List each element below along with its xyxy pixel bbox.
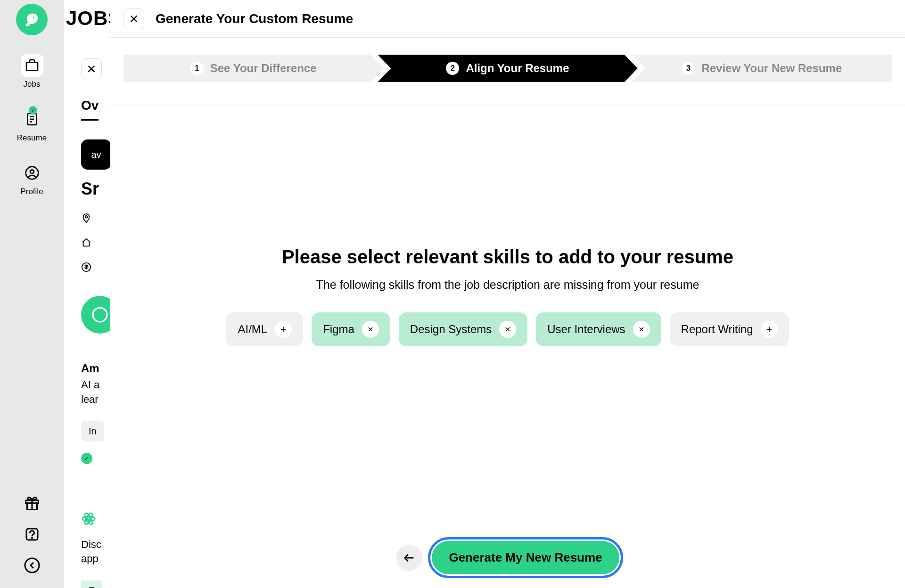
nav-resume[interactable]: ✓ Resume: [17, 108, 47, 143]
modal-footer: Generate My New Resume: [110, 527, 905, 588]
skill-chip[interactable]: AI/ML: [226, 312, 303, 346]
nav-profile[interactable]: Profile: [20, 162, 43, 196]
step-label: Review Your New Resume: [701, 62, 842, 75]
brand-logo[interactable]: [16, 4, 48, 35]
skill-chip[interactable]: User Interviews: [536, 312, 661, 346]
close-icon: [129, 14, 139, 24]
modal-title: Generate Your Custom Resume: [156, 11, 353, 26]
bird-icon: [23, 10, 41, 29]
step-1[interactable]: 1 See Your Difference: [123, 55, 383, 82]
skill-label: Report Writing: [681, 323, 753, 336]
help-icon[interactable]: [24, 526, 41, 543]
step-label: See Your Difference: [210, 62, 317, 75]
dollar-icon: [81, 262, 91, 272]
home-icon: [81, 237, 91, 248]
skill-chip[interactable]: Figma: [312, 312, 390, 346]
step-3[interactable]: 3 Review Your New Resume: [632, 55, 892, 82]
svg-rect-0: [26, 62, 38, 70]
step-num: 2: [446, 62, 459, 75]
gift-icon[interactable]: [24, 495, 41, 512]
skill-chip[interactable]: Design Systems: [399, 312, 527, 346]
modal-header: Generate Your Custom Resume: [110, 0, 905, 38]
skill-label: Design Systems: [410, 323, 492, 336]
nav-resume-label: Resume: [17, 133, 47, 143]
sidebar: Jobs ✓ Resume Profile: [0, 0, 64, 588]
globe-icon: [90, 305, 109, 324]
briefcase-icon: [25, 58, 40, 73]
svg-point-12: [25, 558, 39, 572]
skill-label: User Interviews: [547, 323, 625, 336]
step-num: 1: [190, 62, 204, 75]
remove-icon[interactable]: [499, 321, 516, 338]
location-icon: [81, 213, 91, 223]
back-button[interactable]: [396, 545, 422, 571]
arrow-left-icon: [403, 551, 416, 564]
add-icon[interactable]: [761, 321, 778, 338]
svg-point-11: [32, 538, 33, 539]
step-2[interactable]: 2 Align Your Resume: [378, 55, 637, 82]
close-icon: [86, 64, 97, 74]
skill-label: Figma: [323, 323, 354, 336]
skill-chip[interactable]: Report Writing: [670, 312, 789, 346]
modal-content: Please select relevant skills to add to …: [110, 105, 905, 346]
verified-badge: ✓: [81, 453, 92, 464]
nav-jobs-label: Jobs: [24, 80, 41, 89]
step-num: 3: [682, 62, 695, 75]
step-label: Align Your Resume: [466, 62, 569, 75]
content-title: Please select relevant skills to add to …: [110, 246, 905, 268]
modal-close-button[interactable]: [123, 8, 144, 29]
panel-tag: In: [81, 421, 104, 441]
remove-icon[interactable]: [633, 321, 650, 338]
skill-label: AI/ML: [238, 323, 267, 336]
nav-profile-label: Profile: [20, 187, 43, 196]
e-tag: E: [81, 580, 102, 588]
resume-modal: Generate Your Custom Resume 1 See Your D…: [110, 0, 905, 588]
remove-icon[interactable]: [362, 321, 379, 338]
svg-point-6: [30, 170, 34, 173]
company-logo: av: [81, 139, 111, 170]
svg-point-18: [87, 517, 90, 520]
generate-button[interactable]: Generate My New Resume: [432, 541, 619, 574]
atom-icon: [81, 511, 96, 526]
nav-jobs[interactable]: Jobs: [21, 54, 43, 89]
panel-close-button[interactable]: [81, 58, 102, 79]
user-icon: [25, 165, 40, 180]
skills-row: AI/MLFigmaDesign SystemsUser InterviewsR…: [110, 312, 905, 346]
svg-point-15: [85, 216, 88, 218]
back-arrow-icon[interactable]: [24, 557, 41, 574]
content-subtitle: The following skills from the job descri…: [110, 278, 905, 292]
add-icon[interactable]: [275, 321, 292, 338]
svg-point-17: [93, 308, 107, 322]
panel-tab-overview[interactable]: Ov: [81, 98, 99, 121]
stepper: 1 See Your Difference 2 Align Your Resum…: [110, 38, 905, 105]
